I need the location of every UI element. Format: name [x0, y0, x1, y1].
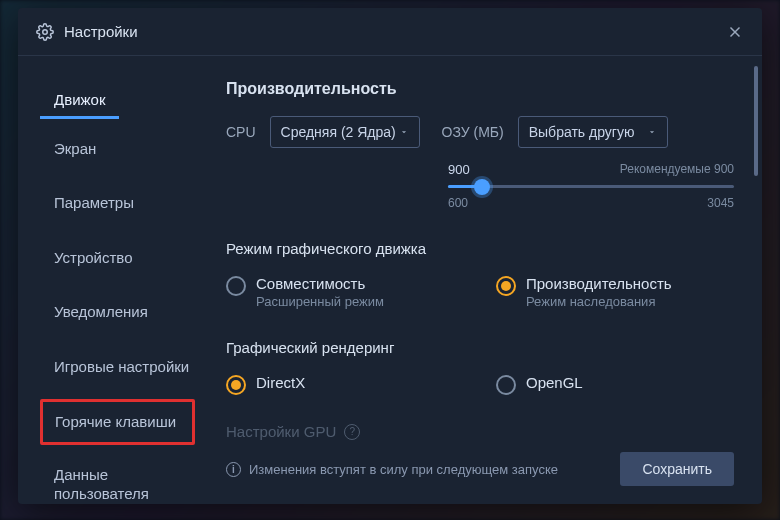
radio-directx[interactable]: DirectX	[226, 374, 456, 395]
slider-max: 3045	[707, 196, 734, 210]
sidebar-item-notifications[interactable]: Уведомления	[40, 290, 162, 337]
radio-icon	[496, 276, 516, 296]
sidebar-item-device[interactable]: Устройство	[40, 236, 146, 283]
sidebar-item-hotkeys[interactable]: Горячие клавиши	[40, 399, 195, 445]
content-pane: Производительность CPU Средняя (2 Ядра) …	[218, 56, 762, 504]
gpu-title: Настройки GPU	[226, 423, 336, 440]
section-gpu: Настройки GPU ?	[226, 423, 734, 440]
notice-text: Изменения вступят в силу при следующем з…	[249, 462, 558, 477]
radio-opengl[interactable]: OpenGL	[496, 374, 726, 395]
section-engine-mode: Режим графического движка Совместимость …	[226, 240, 734, 309]
titlebar: Настройки	[18, 8, 762, 56]
modal-title: Настройки	[64, 23, 726, 40]
sidebar-item-engine[interactable]: Движок	[40, 78, 119, 119]
radio-performance[interactable]: Производительность Режим наследования	[496, 275, 726, 309]
settings-modal: Настройки Движок Экран Параметры Устройс…	[18, 8, 762, 504]
slider-min: 600	[448, 196, 468, 210]
help-icon[interactable]: ?	[344, 424, 360, 440]
radio-compat[interactable]: Совместимость Расширенный режим	[226, 275, 456, 309]
radio-compat-label: Совместимость	[256, 275, 384, 292]
chevron-down-icon	[647, 127, 657, 137]
svg-point-0	[43, 29, 48, 34]
cpu-ram-row: CPU Средняя (2 Ядра) ОЗУ (МБ) Выбрать др…	[226, 116, 734, 148]
close-icon[interactable]	[726, 23, 744, 41]
radio-icon	[226, 375, 246, 395]
radio-opengl-label: OpenGL	[526, 374, 583, 391]
gear-icon	[36, 23, 54, 41]
ram-slider: 900 Рекомендуемые 900 600 3045	[448, 162, 734, 210]
info-icon: i	[226, 462, 241, 477]
ram-select-value: Выбрать другую	[529, 124, 635, 140]
section-title-engine-mode: Режим графического движка	[226, 240, 734, 257]
radio-icon	[496, 375, 516, 395]
radio-icon	[226, 276, 246, 296]
scrollbar-thumb[interactable]	[754, 66, 758, 176]
footer: i Изменения вступят в силу при следующем…	[226, 452, 734, 486]
cpu-select-value: Средняя (2 Ядра)	[281, 124, 396, 140]
sidebar: Движок Экран Параметры Устройство Уведом…	[18, 56, 218, 504]
section-title-rendering: Графический рендеринг	[226, 339, 734, 356]
slider-value: 900	[448, 162, 470, 177]
slider-recommended: Рекомендуемые 900	[620, 162, 734, 177]
radio-performance-label: Производительность	[526, 275, 672, 292]
modal-body: Движок Экран Параметры Устройство Уведом…	[18, 56, 762, 504]
sidebar-item-game-settings[interactable]: Игровые настройки	[40, 345, 203, 392]
section-rendering: Графический рендеринг DirectX OpenGL	[226, 339, 734, 395]
sidebar-item-params[interactable]: Параметры	[40, 181, 148, 228]
cpu-select[interactable]: Средняя (2 Ядра)	[270, 116, 420, 148]
radio-performance-sub: Режим наследования	[526, 294, 672, 309]
save-button[interactable]: Сохранить	[620, 452, 734, 486]
cpu-label: CPU	[226, 124, 256, 140]
radio-directx-label: DirectX	[256, 374, 305, 391]
slider-track[interactable]	[448, 185, 734, 188]
section-title-performance: Производительность	[226, 80, 734, 98]
chevron-down-icon	[399, 127, 409, 137]
ram-label: ОЗУ (МБ)	[442, 124, 504, 140]
ram-select[interactable]: Выбрать другую	[518, 116, 668, 148]
sidebar-item-screen[interactable]: Экран	[40, 127, 110, 174]
radio-compat-sub: Расширенный режим	[256, 294, 384, 309]
restart-notice: i Изменения вступят в силу при следующем…	[226, 462, 558, 477]
slider-thumb[interactable]	[474, 179, 490, 195]
sidebar-item-user-data[interactable]: Данные пользователя	[40, 453, 218, 505]
